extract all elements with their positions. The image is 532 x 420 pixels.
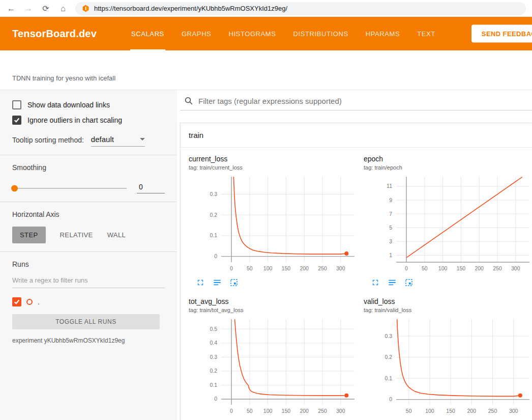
smoothing-value[interactable]: 0: [137, 183, 165, 193]
chart-tag: tag: train/valid_loss: [364, 307, 532, 313]
svg-text:200: 200: [300, 408, 309, 414]
horizontal-axis-buttons: STEP RELATIVE WALL: [12, 227, 165, 243]
tooltip-sorting-label: Tooltip sorting method:: [12, 136, 84, 147]
search-icon: [184, 96, 193, 105]
chart-card-valid-loss: valid_loss tag: train/valid_loss 5010015…: [364, 297, 532, 420]
svg-text:0.3: 0.3: [210, 354, 217, 360]
axis-wall-button[interactable]: WALL: [107, 231, 126, 239]
chart-card-tot-avg-loss: tot_avg_loss tag: train/tot_avg_loss 050…: [189, 297, 360, 420]
forward-icon[interactable]: →: [23, 4, 34, 13]
tooltip-sorting-dropdown[interactable]: default: [91, 135, 145, 147]
app-header: TensorBoard.dev SCALARS GRAPHS HISTOGRAM…: [0, 17, 532, 50]
svg-text:0.1: 0.1: [210, 232, 217, 238]
chart-title: current_loss: [189, 155, 360, 163]
tag-filter-row: [180, 96, 532, 110]
fullscreen-icon[interactable]: [196, 278, 205, 287]
toggle-all-runs-button[interactable]: TOGGLE ALL RUNS: [12, 314, 160, 329]
runs-filter-input[interactable]: [12, 276, 165, 288]
axis-step-button[interactable]: STEP: [12, 227, 46, 243]
chart-card-current-loss: current_loss tag: train/current_loss 050…: [189, 155, 360, 287]
chart-tag: tag: train/current_loss: [189, 164, 360, 171]
svg-text:3: 3: [389, 238, 392, 244]
svg-text:150: 150: [282, 408, 291, 414]
svg-text:11: 11: [387, 183, 392, 189]
send-feedback-button[interactable]: SEND FEEDBACK: [471, 25, 532, 43]
address-bar[interactable]: https://tensorboard.dev/experiment/yKUbh…: [75, 2, 526, 15]
experiment-subheader: TDNN training for yesno with icefall: [0, 50, 532, 90]
svg-text:1: 1: [389, 252, 392, 258]
run-checkbox[interactable]: [12, 297, 21, 306]
tab-distributions[interactable]: DISTRIBUTIONS: [292, 17, 349, 50]
tab-hparams[interactable]: HPARAMS: [365, 17, 401, 50]
back-icon[interactable]: ←: [6, 4, 16, 13]
smoothing-label: Smoothing: [12, 163, 165, 172]
svg-text:50: 50: [247, 408, 253, 414]
horizontal-axis-label: Horizontal Axis: [12, 210, 165, 218]
svg-text:0.3: 0.3: [385, 333, 392, 339]
smoothing-slider[interactable]: [12, 188, 127, 189]
chevron-down-icon: [140, 138, 145, 141]
line-chart-epoch[interactable]: 0501001502002503001357911: [364, 174, 532, 275]
sidebar-divider: [0, 251, 177, 252]
svg-text:250: 250: [318, 265, 327, 271]
ignore-outliers-checkbox[interactable]: [12, 116, 21, 125]
chart-card-epoch: epoch tag: train/epoch 05010015020025030…: [364, 155, 532, 287]
svg-text:100: 100: [263, 265, 273, 271]
chart-tag: tag: train/tot_avg_loss: [189, 307, 360, 313]
fullscreen-icon[interactable]: [371, 278, 380, 287]
svg-text:5: 5: [389, 225, 392, 231]
sidebar-divider: [0, 202, 177, 202]
runs-label: Runs: [12, 260, 165, 268]
run-name: .: [38, 298, 40, 306]
svg-text:0.2: 0.2: [385, 354, 392, 360]
line-chart-valid-loss[interactable]: 5010015020025030000.10.20.3: [364, 316, 532, 418]
svg-text:0: 0: [389, 396, 392, 402]
svg-text:0: 0: [230, 408, 233, 414]
url-text: https://tensorboard.dev/experiment/yKUbh…: [94, 5, 287, 12]
tab-histograms[interactable]: HISTOGRAMS: [227, 17, 277, 50]
svg-text:150: 150: [457, 265, 466, 271]
tab-scalars[interactable]: SCALARS: [130, 17, 165, 50]
line-chart-tot-avg-loss[interactable]: 05010015020025030000.10.20.30.40.5: [189, 316, 360, 418]
svg-text:50: 50: [247, 265, 253, 271]
main-content: train current_loss tag: train/current_lo…: [177, 90, 532, 420]
app-brand: TensorBoard.dev: [12, 28, 97, 40]
svg-text:0.3: 0.3: [210, 191, 217, 197]
ignore-outliers-label: Ignore outliers in chart scaling: [27, 116, 122, 124]
svg-text:0.1: 0.1: [385, 375, 392, 381]
show-download-row: Show data download links: [12, 100, 165, 109]
svg-text:300: 300: [336, 265, 345, 271]
svg-text:200: 200: [475, 265, 484, 271]
tab-graphs[interactable]: GRAPHS: [181, 17, 213, 50]
settings-sidebar: Show data download links Ignore outliers…: [0, 90, 177, 420]
view-options-icon[interactable]: [388, 278, 397, 287]
line-chart-current-loss[interactable]: 05010015020025030000.10.20.3: [189, 174, 360, 275]
svg-text:300: 300: [336, 408, 345, 414]
nav-tabs: SCALARS GRAPHS HISTOGRAMS DISTRIBUTIONS …: [130, 17, 436, 50]
fit-domain-icon[interactable]: [229, 278, 239, 287]
show-download-label: Show data download links: [27, 101, 110, 109]
tab-text[interactable]: TEXT: [416, 17, 436, 50]
view-options-icon[interactable]: [213, 278, 222, 287]
svg-text:250: 250: [488, 408, 497, 414]
home-icon[interactable]: ⌂: [58, 4, 68, 13]
show-download-checkbox[interactable]: [12, 100, 21, 109]
svg-text:50: 50: [406, 408, 412, 414]
svg-text:150: 150: [282, 265, 291, 271]
svg-text:7: 7: [389, 211, 392, 217]
svg-text:9: 9: [389, 197, 392, 203]
experiment-id-note: experiment yKUbhb5wRmOSXYkId1z9eg: [12, 337, 165, 344]
sidebar-divider: [0, 155, 177, 155]
refresh-icon[interactable]: ⟳: [41, 4, 51, 13]
tooltip-sorting-row: Tooltip sorting method: default: [12, 135, 165, 147]
svg-text:200: 200: [467, 408, 477, 414]
tag-filter-input[interactable]: [198, 97, 532, 105]
run-color-swatch: [26, 299, 33, 305]
svg-text:100: 100: [263, 408, 273, 414]
axis-relative-button[interactable]: RELATIVE: [60, 231, 93, 239]
svg-text:0: 0: [214, 253, 217, 259]
smoothing-slider-thumb[interactable]: [11, 185, 18, 191]
svg-text:0: 0: [230, 265, 233, 271]
section-title[interactable]: train: [181, 123, 532, 148]
fit-domain-icon[interactable]: [404, 278, 413, 287]
